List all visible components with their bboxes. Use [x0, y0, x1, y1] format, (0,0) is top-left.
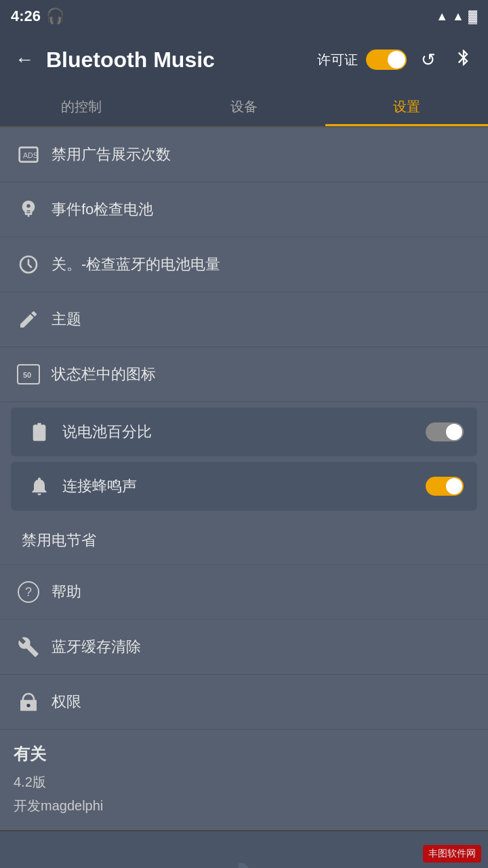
refresh-button[interactable]: ↺ — [415, 50, 442, 71]
setting-help[interactable]: ? 帮助 — [0, 565, 488, 620]
svg-point-7 — [26, 704, 30, 707]
headphone-icon: 🎧 — [46, 7, 64, 25]
app-header: ← Bluetooth Music 许可证 ↺ — [0, 33, 488, 87]
battery-percent-icon — [24, 417, 54, 447]
toggle-connect-beep-row: 连接蜂鸣声 — [11, 462, 477, 511]
watermark — [0, 838, 488, 868]
help-icon: ? — [14, 577, 43, 607]
ads-icon: ADS — [14, 140, 43, 170]
connect-beep-label: 连接蜂鸣声 — [62, 476, 426, 496]
tab-devices[interactable]: 设备 — [163, 89, 325, 126]
statusbar-icon: 50 — [14, 359, 43, 389]
setting-statusbar-icon[interactable]: 50 状态栏中的图标 — [0, 347, 488, 402]
app-title: Bluetooth Music — [46, 47, 309, 73]
permissions-label: 权限 — [52, 692, 474, 712]
battery-percent-label: 说电池百分比 — [62, 422, 426, 442]
battery-icon: ▓ — [468, 9, 477, 24]
license-label: 许可证 — [317, 51, 358, 69]
bell-icon — [24, 471, 54, 501]
clock-icon — [14, 250, 43, 279]
tab-settings[interactable]: 设置 — [325, 89, 488, 126]
disable-ads-label: 禁用广告展示次数 — [52, 144, 474, 165]
setting-event-battery[interactable]: 事件fo检查电池 — [0, 182, 488, 237]
tab-controls[interactable]: 的控制 — [0, 89, 163, 126]
svg-text:?: ? — [25, 585, 32, 599]
bluetooth-header-icon[interactable] — [450, 48, 477, 72]
setting-check-battery[interactable]: 关。-检查蓝牙的电池电量 — [0, 237, 488, 292]
permissions-icon — [14, 687, 43, 717]
about-developer: 开发magdelphi — [14, 794, 474, 818]
status-bar: 4:26 🎧 ▲ ▲ ▓ — [0, 0, 488, 33]
help-label: 帮助 — [52, 582, 474, 602]
setting-disable-ads[interactable]: ADS 禁用广告展示次数 — [0, 127, 488, 182]
theme-label: 主题 — [52, 309, 474, 330]
clear-cache-label: 蓝牙缓存清除 — [52, 637, 474, 657]
setting-theme[interactable]: 主题 — [0, 292, 488, 347]
about-version: 4.2版 — [14, 770, 474, 794]
tab-bar: 的控制 设备 设置 — [0, 87, 488, 127]
toggle-battery-percent-row: 说电池百分比 — [11, 408, 477, 456]
event-icon — [14, 195, 43, 224]
theme-icon — [14, 304, 43, 334]
bottom-area — [0, 838, 488, 868]
setting-clear-cache[interactable]: 蓝牙缓存清除 — [0, 620, 488, 675]
status-left: 4:26 🎧 — [11, 7, 64, 25]
svg-text:50: 50 — [23, 371, 31, 379]
setting-permissions[interactable]: 权限 — [0, 675, 488, 730]
svg-text:ADS: ADS — [23, 151, 38, 159]
statusbar-icon-label: 状态栏中的图标 — [52, 364, 474, 384]
about-section: 有关 4.2版 开发magdelphi — [0, 730, 488, 823]
wrench-icon — [14, 632, 43, 662]
battery-percent-toggle[interactable] — [426, 422, 464, 441]
settings-content: ADS 禁用广告展示次数 事件fo检查电池 关。-检查蓝牙的电池电量 — [0, 127, 488, 831]
divider — [0, 830, 488, 831]
status-time: 4:26 — [11, 7, 41, 25]
license-toggle[interactable] — [366, 50, 407, 70]
signal-icon: ▲ — [452, 9, 464, 24]
connect-beep-toggle[interactable] — [426, 477, 464, 496]
status-right: ▲ ▲ ▓ — [436, 9, 477, 24]
disable-battery-label: 禁用电节省 — [22, 530, 474, 551]
event-battery-label: 事件fo检查电池 — [52, 199, 474, 220]
setting-disable-battery-saving[interactable]: 禁用电节省 — [0, 516, 488, 565]
back-button[interactable]: ← — [11, 49, 38, 71]
about-heading: 有关 — [14, 743, 474, 765]
check-battery-label: 关。-检查蓝牙的电池电量 — [52, 254, 474, 275]
wifi-icon: ▲ — [436, 9, 448, 24]
